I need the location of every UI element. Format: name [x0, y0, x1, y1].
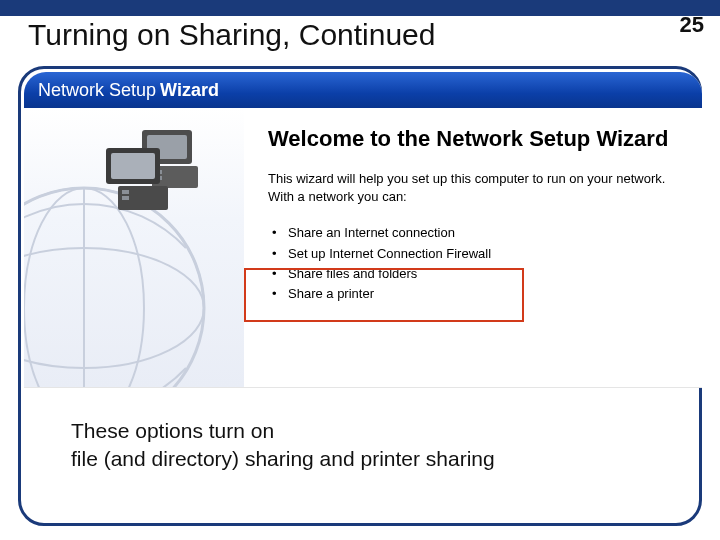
wizard-body: Welcome to the Network Setup Wizard This… [24, 108, 702, 387]
slide: Turning on Sharing, Continued 25 Network… [0, 0, 720, 540]
slide-top-accent [0, 0, 720, 16]
caption-line-1: These options turn on [71, 419, 274, 442]
wizard-intro-text: This wizard will help you set up this co… [268, 170, 680, 205]
wizard-heading: Welcome to the Network Setup Wizard [268, 126, 680, 152]
slide-frame: Network Setup Wizard [18, 66, 702, 526]
wizard-bullet: Set up Internet Connection Firewall [272, 244, 680, 264]
wizard-titlebar-suffix: Wizard [160, 80, 219, 101]
svg-point-0 [24, 188, 204, 387]
svg-rect-9 [122, 190, 129, 194]
slide-caption: These options turn on file (and director… [71, 417, 495, 474]
svg-rect-10 [122, 196, 129, 200]
wizard-sidebar [24, 108, 244, 387]
computers-icon [100, 126, 210, 212]
wizard-bullet-list: Share an Internet connection Set up Inte… [268, 223, 680, 304]
network-setup-wizard-window: Network Setup Wizard [24, 72, 702, 388]
page-number: 25 [680, 12, 704, 38]
wizard-titlebar-prefix: Network Setup [38, 80, 156, 101]
slide-title: Turning on Sharing, Continued [28, 18, 436, 52]
svg-rect-7 [111, 153, 155, 179]
caption-line-2: file (and directory) sharing and printer… [71, 447, 495, 470]
wizard-content: Welcome to the Network Setup Wizard This… [244, 108, 702, 387]
wizard-bullet: Share an Internet connection [272, 223, 680, 243]
wizard-titlebar: Network Setup Wizard [24, 72, 702, 108]
wizard-bullet: Share a printer [272, 284, 680, 304]
wizard-bullet: Share files and folders [272, 264, 680, 284]
